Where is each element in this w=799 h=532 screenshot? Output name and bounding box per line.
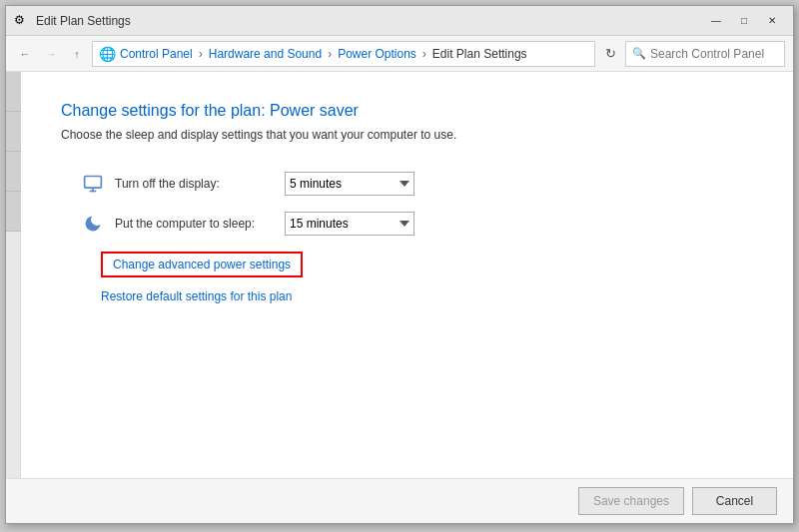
links-section: Change advanced power settings Restore d…: [101, 252, 753, 303]
breadcrumb-control-panel[interactable]: Control Panel: [120, 47, 193, 61]
display-icon-container: [81, 172, 105, 196]
settings-form: Turn off the display: 5 minutes 1 minute…: [81, 172, 753, 303]
breadcrumb-hardware-sound[interactable]: Hardware and Sound: [209, 47, 322, 61]
restore-defaults-link[interactable]: Restore default settings for this plan: [101, 289, 292, 303]
search-input[interactable]: [650, 47, 778, 61]
sidebar-block-3: [6, 152, 21, 192]
svg-rect-0: [85, 177, 102, 189]
refresh-button[interactable]: ↻: [599, 43, 621, 65]
close-button[interactable]: ✕: [759, 11, 785, 31]
sidebar-block-1: [6, 72, 21, 112]
search-bar-container: 🔍: [625, 41, 785, 67]
monitor-icon: [83, 174, 103, 194]
content-panel: Change settings for the plan: Power save…: [21, 72, 793, 478]
page-title: Change settings for the plan: Power save…: [61, 102, 753, 120]
save-changes-button[interactable]: Save changes: [578, 487, 684, 515]
sidebar-block-2: [6, 112, 21, 152]
display-label: Turn off the display:: [115, 177, 275, 191]
forward-button[interactable]: →: [40, 43, 62, 65]
left-sidebar: [6, 72, 21, 478]
nav-bar: ← → ↑ 🌐 Control Panel › Hardware and Sou…: [6, 36, 793, 72]
cancel-button[interactable]: Cancel: [692, 487, 777, 515]
bottom-bar: Save changes Cancel: [6, 478, 793, 523]
title-bar-controls: — □ ✕: [703, 11, 785, 31]
sleep-label: Put the computer to sleep:: [115, 217, 275, 231]
maximize-button[interactable]: □: [731, 11, 757, 31]
sidebar-block-4: [6, 192, 21, 232]
window-icon: ⚙: [14, 13, 30, 29]
sleep-row: Put the computer to sleep: 15 minutes 1 …: [81, 212, 753, 236]
sleep-select[interactable]: 15 minutes 1 minute 5 minutes 10 minutes…: [285, 212, 414, 236]
change-advanced-link[interactable]: Change advanced power settings: [101, 252, 303, 277]
main-content: Change settings for the plan: Power save…: [6, 72, 793, 478]
window-title: Edit Plan Settings: [36, 14, 131, 28]
moon-icon: [83, 214, 103, 234]
up-button[interactable]: ↑: [66, 43, 88, 65]
main-window: ⚙ Edit Plan Settings — □ ✕ ← → ↑ 🌐 Contr…: [5, 5, 794, 524]
address-bar: 🌐 Control Panel › Hardware and Sound › P…: [92, 41, 595, 67]
sidebar-items: [6, 72, 20, 232]
title-bar-left: ⚙ Edit Plan Settings: [14, 13, 131, 29]
title-bar: ⚙ Edit Plan Settings — □ ✕: [6, 6, 793, 36]
minimize-button[interactable]: —: [703, 11, 729, 31]
search-icon: 🔍: [632, 47, 646, 60]
display-select[interactable]: 5 minutes 1 minute 2 minutes 10 minutes …: [285, 172, 414, 196]
breadcrumb-current: Edit Plan Settings: [432, 47, 527, 61]
back-button[interactable]: ←: [14, 43, 36, 65]
page-subtitle: Choose the sleep and display settings th…: [61, 128, 753, 142]
display-row: Turn off the display: 5 minutes 1 minute…: [81, 172, 753, 196]
breadcrumb-power-options[interactable]: Power Options: [338, 47, 416, 61]
sleep-icon-container: [81, 212, 105, 236]
